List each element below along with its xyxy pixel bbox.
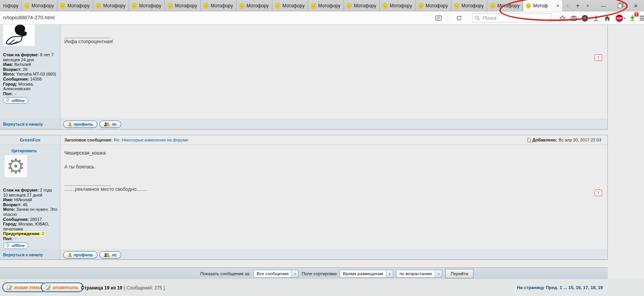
search-icon — [475, 15, 480, 20]
menu-icon[interactable] — [639, 14, 644, 22]
post-content-cell: _________________ Инфа стопроцентная! ! — [60, 24, 607, 119]
author-link[interactable]: GreenFox — [20, 138, 40, 142]
reply-button[interactable]: ответить — [41, 283, 84, 292]
bulb-icon — [5, 98, 10, 103]
browser-tab[interactable]: Мотофору — [165, 0, 201, 12]
browser-tab[interactable]: Мотофору — [308, 0, 344, 12]
close-tab-icon[interactable]: ✕ — [555, 3, 560, 8]
signature-text: ........рекламное место свободно........ — [64, 187, 147, 192]
section-separator — [0, 260, 608, 267]
profile-button[interactable]: профиль — [63, 251, 97, 259]
browser-tab[interactable]: Мотофору — [416, 0, 451, 12]
address-bar[interactable]: n/topic88874-270.html — [3, 15, 55, 20]
post: GreenFox Заголовок сообщения: Re: Некото… — [0, 135, 608, 260]
reader-mode-icon[interactable] — [434, 14, 442, 22]
smiley-favicon — [490, 3, 495, 8]
pagination[interactable]: На страницуПред.1 ... 15, 16, 17, 18, 19 — [517, 285, 603, 290]
post-text: Чеширская_кошка — [64, 150, 106, 156]
page-indicator: Страница 19 из 19 — [81, 285, 122, 291]
adblock-plus-icon[interactable]: ABP ▾ — [614, 14, 627, 22]
display-controls: Показать сообщения за: Все сообщения ∨ П… — [200, 268, 473, 279]
page-links[interactable]: 1 ... 15, 16, 17, 18, 19 — [560, 285, 603, 290]
smiley-favicon — [454, 3, 460, 8]
profile-button[interactable]: профиль — [63, 121, 97, 128]
browser-tab-active[interactable]: Мотоф✕ — [523, 0, 562, 12]
show-posts-select[interactable]: Все сообщения ∨ — [253, 270, 299, 278]
tab-list-dropdown-icon[interactable]: ▾ — [583, 0, 592, 12]
browser-tab[interactable]: Мотофору — [22, 0, 57, 12]
smiley-favicon — [526, 3, 531, 8]
private-message-button[interactable]: лс — [99, 251, 121, 259]
status-badge: offline — [3, 97, 28, 104]
browser-tab[interactable]: Мотофору — [451, 0, 487, 12]
smiley-favicon — [24, 3, 30, 8]
browser-tab[interactable]: Мотофору — [93, 0, 129, 12]
browser-tab[interactable]: Мотофору — [236, 0, 272, 12]
smiley-favicon — [275, 3, 280, 8]
browser-tab[interactable]: тофору — [0, 0, 22, 12]
report-post-button[interactable]: ! — [595, 190, 602, 196]
post-text: А ты боялась. — [64, 164, 96, 170]
tab-bar: тофоруМотофоруМотофоруМотофоруМотофоруМо… — [0, 0, 644, 12]
chevron-down-icon: ▾ — [624, 17, 625, 20]
downloads-icon[interactable] — [592, 14, 600, 22]
browser-tab[interactable]: Мотофору — [272, 0, 308, 12]
browser-tab[interactable]: Мотофору — [344, 0, 380, 12]
smiley-favicon — [311, 3, 316, 8]
sort-field-select[interactable]: Время размещения ∨ — [340, 270, 393, 278]
sort-field-label: Поле сортировки — [302, 271, 337, 276]
quote-link[interactable]: Цитировать — [0, 145, 60, 153]
smiley-favicon — [60, 3, 65, 8]
private-message-button[interactable]: лс — [99, 121, 121, 128]
two-persons-icon — [104, 253, 110, 257]
home-icon[interactable] — [603, 14, 611, 22]
back-to-top-link[interactable]: Вернуться к началу — [0, 252, 43, 257]
posted-info: Добавлено: Вс апр 30, 2017 22:03 — [527, 138, 601, 142]
tab-strip: тофоруМотофоруМотофоруМотофоруМотофоруМо… — [0, 0, 562, 12]
go-button[interactable]: Перейти — [445, 269, 474, 278]
bookmarks-tray-icon[interactable] — [570, 14, 577, 22]
browser-tab[interactable]: Мотофору — [380, 0, 416, 12]
profile-stats: Стаж на форуме: 8 лет 7 месяцев 24 дняИм… — [3, 52, 58, 104]
post: Стаж на форуме: 8 лет 7 месяцев 24 дняИм… — [0, 24, 608, 130]
sort-order-select[interactable]: по возрастанию ∨ — [396, 270, 442, 278]
smiley-favicon — [418, 3, 424, 8]
restore-button[interactable] — [612, 0, 628, 12]
search-input[interactable] — [482, 15, 549, 21]
subject-link[interactable]: Re: Некоторые изменения на форуме — [114, 138, 188, 142]
profile-stat: Стаж на форуме: 2 года 10 месяцев 27 дне… — [3, 188, 58, 197]
report-post-button[interactable]: ! — [595, 54, 602, 61]
reload-icon[interactable] — [455, 14, 463, 22]
window-controls: — ✕ — [595, 0, 644, 12]
smiley-favicon — [382, 3, 388, 8]
post-content-cell: Чеширская_кошка А ты боялась. __________… — [60, 145, 607, 250]
browser-tab[interactable]: Мотофору — [129, 0, 165, 12]
new-tab-button[interactable]: + — [572, 0, 583, 12]
browser-tab[interactable]: Мотофору — [487, 0, 523, 12]
new-topic-button[interactable]: новая тема — [2, 283, 47, 292]
back-to-top-cell: Вернуться к началу — [0, 119, 60, 129]
minimize-button[interactable]: — — [595, 0, 612, 12]
smiley-favicon — [168, 3, 173, 8]
bulb-icon — [5, 243, 10, 248]
signature-divider: _________________ — [64, 33, 111, 38]
profile-stat: Город: Москва, ЮВАО, печатники — [3, 222, 58, 231]
browser-tab[interactable]: Мотофору — [201, 0, 236, 12]
scroll-tabs-right-icon[interactable]: > — [562, 0, 572, 12]
prev-page-link[interactable]: Пред. — [546, 285, 558, 290]
search-box[interactable] — [472, 13, 552, 22]
navigation-bar: n/topic88874-270.html ∨ ABP ▾ — [0, 12, 644, 25]
post-body-row: Стаж на форуме: 8 лет 7 месяцев 24 дняИм… — [0, 24, 607, 119]
video-downloader-icon[interactable]: ? — [629, 14, 636, 22]
browser-tab[interactable]: Мотофору — [57, 0, 93, 12]
restore-icon — [618, 4, 622, 8]
subject-label: Заголовок сообщения: — [64, 138, 112, 142]
post-buttons-cell: профиль лс — [60, 119, 607, 129]
profile-stat: Сообщения: 28017 — [3, 217, 58, 222]
bookmark-star-icon[interactable] — [558, 14, 566, 22]
pocket-icon[interactable]: ∨ — [581, 14, 589, 22]
smiley-favicon — [347, 3, 352, 8]
close-window-button[interactable]: ✕ — [628, 0, 644, 12]
back-to-top-link[interactable]: Вернуться к началу — [0, 122, 43, 126]
post-page-icon — [527, 138, 531, 142]
